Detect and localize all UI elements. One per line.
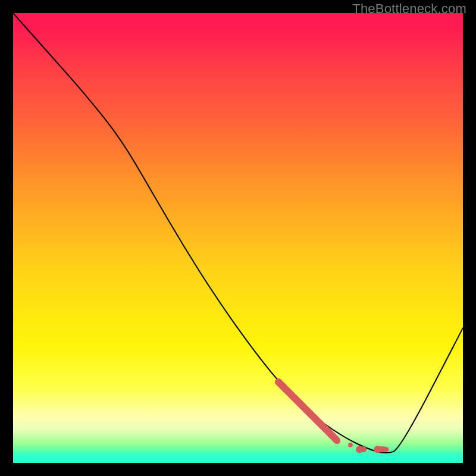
chart-svg [13, 13, 463, 463]
svg-point-3 [362, 447, 367, 452]
chart-frame: TheBottleneck.com [0, 0, 476, 476]
curve-line [13, 13, 463, 453]
plot-area [13, 13, 463, 463]
svg-point-0 [348, 443, 353, 447]
svg-point-6 [384, 447, 389, 452]
highlight-dots [278, 382, 389, 453]
